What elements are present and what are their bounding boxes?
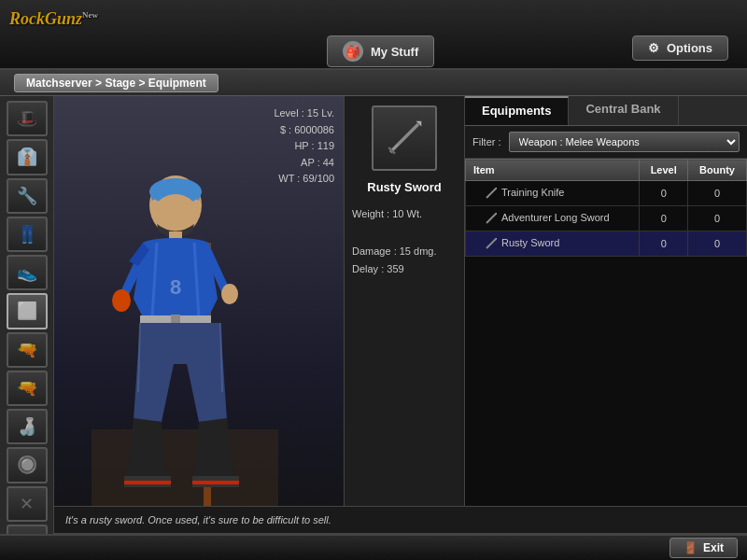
gun2-icon: 🔫 [17,378,37,399]
item-description: It's a rusty sword. Once used, it's sure… [54,506,747,534]
item-info-panel: Rusty Sword Weight : 10 Wt. Damage : 15 … [344,96,465,560]
table-row[interactable]: Training Knife 0 0 [466,181,747,206]
item-bounty-cell: 0 [688,181,747,206]
col-bounty: Bounty [688,160,747,181]
tab-equipments[interactable]: Equipments [465,96,569,125]
outfit-icon: 👔 [17,147,37,167]
breadcrumb-text: Matchserver > Stage > Equipment [26,77,206,90]
character-image: 8 [73,149,297,560]
item-stats: Weight : 10 Wt. Damage : 15 dmg. Delay :… [352,205,457,279]
pants-icon: 👖 [17,224,37,245]
my-stuff-label: My Stuff [371,45,418,59]
table-row[interactable]: Adventurer Long Sword 0 0 [466,206,747,231]
item-damage: Damage : 15 dmg. [352,243,457,261]
equip-slot-gun2[interactable]: 🔫 [7,371,48,406]
item-level-cell: 0 [640,181,688,206]
logo-new: New [82,10,98,20]
bag-icon: 🎒 [343,41,363,62]
item-icon-box [372,105,437,171]
shoes-icon: 👟 [17,262,37,283]
potion-icon: 🍶 [17,416,37,437]
options-button[interactable]: ⚙ Options [632,35,728,61]
top-bar: RockGunzNew 🎒 My Stuff ⚙ Options [0,0,747,70]
items-tbody: Training Knife 0 0 Adventurer Long Sword… [466,181,747,257]
logo: RockGunzNew [9,9,98,29]
equip-slot-outfit[interactable]: 👔 [7,139,48,175]
equip-slot-item1[interactable]: 🔘 [7,447,48,483]
logo-text: RockGunz [9,9,82,28]
item-name: Rusty Sword [367,180,441,194]
selected-slot-icon: ⬜ [17,301,37,321]
tab-central-bank-label: Central Bank [585,102,660,116]
table-row[interactable]: Rusty Sword 0 0 [466,231,747,257]
bottom-bar: 🚪 Exit [0,534,747,560]
item-level-cell: 0 [640,206,688,231]
equip-slot-pants[interactable]: 👖 [7,217,48,252]
item-name-cell: Rusty Sword [466,231,640,257]
tab-equipments-label: Equipments [482,104,551,118]
description-text: It's a rusty sword. Once used, it's sure… [65,514,331,525]
item-name-cell: Training Knife [466,181,640,206]
svg-line-21 [486,214,496,223]
equip-slot-shoes[interactable]: 👟 [7,255,48,290]
item-delay: Delay : 359 [352,260,457,279]
svg-line-23 [486,239,496,248]
svg-text:8: 8 [170,275,181,299]
my-stuff-button[interactable]: 🎒 My Stuff [327,35,434,67]
item1-icon: 🔘 [17,455,37,475]
col-level: Level [640,160,688,181]
exit-icon: 🚪 [684,541,698,554]
equip-slot-gun1[interactable]: 🔫 [7,332,48,368]
equipment-panel: Equipments Central Bank Filter : Weapon … [465,96,747,560]
item-bounty-cell: 0 [688,206,747,231]
gun1-icon: 🔫 [17,340,37,360]
gear-icon: ⚙ [648,41,659,55]
equip-slot-accessory[interactable]: 🔧 [7,178,48,214]
options-label: Options [667,41,712,55]
empty1-icon: ✕ [20,494,34,514]
filter-select[interactable]: Weapon : Melee Weapons [509,132,740,152]
equip-slot-empty1[interactable]: ✕ [7,486,48,522]
items-table: Item Level Bounty Training K [465,159,747,257]
exit-label: Exit [703,541,724,554]
exit-button[interactable]: 🚪 Exit [669,538,738,558]
main-area: 🎩 👔 🔧 👖 👟 ⬜ 🔫 🔫 🍶 🔘 ✕ [0,96,747,560]
char-money: $ : 6000086 [274,122,334,139]
item-weight: Weight : 10 Wt. [352,205,457,224]
equipment-panel-inner: Equipments Central Bank Filter : Weapon … [465,96,747,560]
char-level: Level : 15 Lv. [274,105,334,122]
character-view: Level : 15 Lv. $ : 6000086 HP : 119 AP :… [54,96,344,560]
filter-bar: Filter : Weapon : Melee Weapons [465,126,747,159]
hat-icon: 🎩 [17,108,37,129]
equip-slot-selected[interactable]: ⬜ [7,293,48,329]
col-item: Item [466,160,640,181]
svg-line-19 [486,189,496,198]
breadcrumb: Matchserver > Stage > Equipment [14,74,218,92]
svg-point-6 [112,289,131,312]
svg-rect-13 [192,481,239,484]
breadcrumb-bar: Matchserver > Stage > Equipment [0,70,747,96]
equip-slot-potion[interactable]: 🍶 [7,409,48,444]
equipment-tabs: Equipments Central Bank [465,96,747,126]
item-level-cell: 0 [640,231,688,257]
item-bounty-cell: 0 [688,231,747,257]
items-scroll[interactable]: Item Level Bounty Training K [465,159,747,526]
equip-slot-hat[interactable]: 🎩 [7,101,48,136]
svg-rect-11 [124,481,171,484]
equip-slots-panel: 🎩 👔 🔧 👖 👟 ⬜ 🔫 🔫 🍶 🔘 ✕ [0,96,54,560]
svg-point-7 [221,284,238,304]
filter-label: Filter : [472,136,501,147]
accessory-icon: 🔧 [17,186,37,206]
item-name-cell: Adventurer Long Sword [466,206,640,231]
tab-central-bank[interactable]: Central Bank [569,96,678,125]
